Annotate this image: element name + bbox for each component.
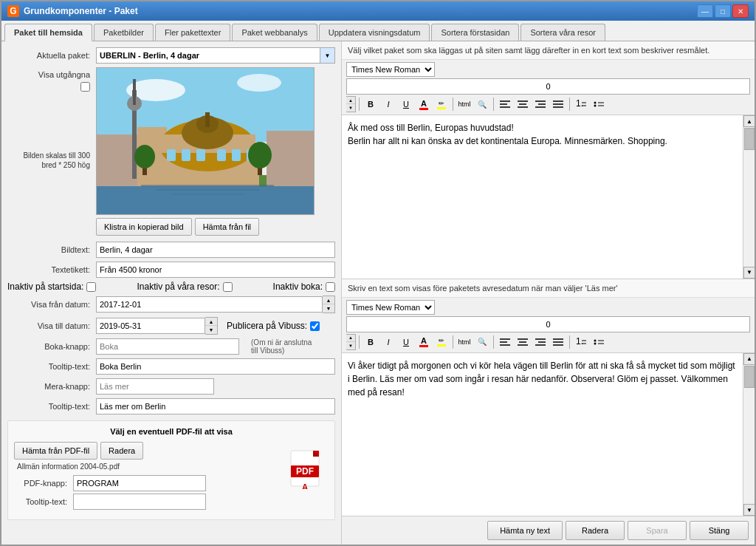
align-left-bottom[interactable] xyxy=(497,335,513,349)
underline-btn-top[interactable]: U xyxy=(398,97,414,112)
maximize-button[interactable]: □ xyxy=(715,4,731,18)
visa-utgangna-checkbox[interactable] xyxy=(80,82,90,92)
bildtext-label: Bildtext: xyxy=(7,245,96,254)
publicera-checkbox[interactable] xyxy=(310,321,320,331)
font-select-top[interactable]: Times New Roman Arial Verdana xyxy=(346,62,435,77)
visa-till-up[interactable]: ▲ xyxy=(205,318,217,326)
font-size-up-bottom[interactable]: ▲ xyxy=(346,335,355,342)
scroll-down-top[interactable]: ▼ xyxy=(743,267,755,279)
highlight-btn-bottom[interactable]: ✏ xyxy=(433,335,450,349)
underline-btn-bottom[interactable]: U xyxy=(398,335,414,349)
align-right-bottom[interactable] xyxy=(532,335,549,349)
visa-till-down[interactable]: ▼ xyxy=(205,326,217,334)
svg-rect-28 xyxy=(156,189,259,191)
font-size-top[interactable] xyxy=(346,78,750,95)
editor-area-top[interactable]: Åk med oss till Berlin, Europas huvudsta… xyxy=(342,115,743,279)
pdf-knapp-input[interactable] xyxy=(73,475,206,491)
editor-top-line1: Åk med oss till Berlin, Europas huvudsta… xyxy=(348,121,737,134)
tab-sortera-forstsidan[interactable]: Sortera förstasidan xyxy=(431,24,519,41)
boka-input[interactable] xyxy=(96,338,239,355)
pdf-tooltip-input[interactable] xyxy=(73,494,206,510)
font-color-btn-top[interactable]: A xyxy=(416,97,432,112)
inaktiv-startsida-checkbox[interactable] xyxy=(86,282,96,292)
highlight-btn-top[interactable]: ✏ xyxy=(433,97,450,112)
html-btn-bottom[interactable]: html xyxy=(456,335,472,349)
textetikett-input[interactable] xyxy=(96,262,335,278)
tab-paketbilder[interactable]: Paketbilder xyxy=(94,24,154,41)
scroll-down-bottom[interactable]: ▼ xyxy=(743,504,755,516)
italic-btn-top[interactable]: I xyxy=(380,97,396,112)
unordered-list-bottom[interactable] xyxy=(591,335,607,349)
mera-knapp-row: Mera-knapp: xyxy=(7,378,335,395)
font-color-btn-bottom[interactable]: A xyxy=(416,335,432,349)
svg-rect-18 xyxy=(232,149,241,161)
visa-fran-label: Visa från datum: xyxy=(7,300,96,309)
scroll-up-top[interactable]: ▲ xyxy=(743,115,755,127)
align-right-top[interactable] xyxy=(532,97,549,112)
font-select-bottom[interactable]: Times New Roman Arial Verdana xyxy=(346,300,435,315)
align-justify-bottom[interactable] xyxy=(550,335,566,349)
source-btn-bottom[interactable]: 🔍 xyxy=(474,335,490,349)
tab-sortera-vara-resor[interactable]: Sortera våra resor xyxy=(520,24,605,41)
align-justify-top[interactable] xyxy=(550,97,566,112)
visa-till-input[interactable] xyxy=(96,318,205,334)
sep1 xyxy=(359,98,360,111)
stang-button[interactable]: Stäng xyxy=(690,521,749,540)
unordered-list-top[interactable] xyxy=(591,97,607,112)
hamta-fil-button[interactable]: Hämta från fil xyxy=(195,218,259,236)
tab-uppdatera[interactable]: Uppdatera visningsdatum xyxy=(319,24,430,41)
minimize-button[interactable]: — xyxy=(697,4,713,18)
close-button[interactable]: ✕ xyxy=(732,4,749,18)
align-left-top[interactable] xyxy=(497,97,513,112)
svg-rect-22 xyxy=(133,79,136,105)
source-btn-top[interactable]: 🔍 xyxy=(474,97,490,112)
hamta-ny-text-button[interactable]: Hämta ny text xyxy=(487,521,563,540)
main-window: G Grundkomponenter - Paket — □ ✕ Paket t… xyxy=(0,0,756,546)
bold-btn-top[interactable]: B xyxy=(362,97,379,112)
ordered-list-top[interactable]: 1. xyxy=(573,97,589,112)
aktuella-paket-label: Aktuella paket: xyxy=(7,51,96,60)
tab-paket-hemsida[interactable]: Paket till hemsida xyxy=(4,24,92,41)
italic-btn-bottom[interactable]: I xyxy=(380,335,396,349)
align-center-bottom[interactable] xyxy=(515,335,531,349)
align-center-top[interactable] xyxy=(515,97,531,112)
tooltip-boka-input[interactable] xyxy=(96,358,335,375)
html-btn-top[interactable]: html xyxy=(456,97,472,112)
package-dropdown-btn[interactable]: ▼ xyxy=(320,47,335,64)
inaktiv-boka-checkbox[interactable] xyxy=(326,282,335,292)
radera-button[interactable]: Radera xyxy=(566,521,625,540)
ordered-list-bottom[interactable]: 1. xyxy=(573,335,589,349)
package-input[interactable] xyxy=(96,47,320,64)
editor-area-bottom[interactable]: Vi åker tidigt på morgonen och vi kör he… xyxy=(342,353,743,516)
main-content: Aktuella paket: ▼ Visa utgångna Bilden s… xyxy=(1,41,755,545)
sep8 xyxy=(569,335,570,349)
aktuella-paket-row: Aktuella paket: ▼ xyxy=(7,47,335,64)
font-size-down-bottom[interactable]: ▼ xyxy=(346,342,355,349)
radera-pdf-button[interactable]: Radera xyxy=(100,442,143,460)
visa-fran-down[interactable]: ▼ xyxy=(323,304,334,313)
font-size-down-top[interactable]: ▼ xyxy=(346,104,355,112)
visa-utgangna-label: Visa utgångna xyxy=(38,70,90,79)
inaktiv-vara-resor-checkbox[interactable] xyxy=(223,282,233,292)
hamta-pdf-button[interactable]: Hämta från PDF-fil xyxy=(14,442,97,460)
svg-rect-3 xyxy=(97,182,315,215)
spara-button[interactable]: Spara xyxy=(628,521,687,540)
scroll-thumb-bottom[interactable] xyxy=(744,366,755,388)
publicera-label: Publicera på Vibuss: xyxy=(227,321,307,331)
svg-rect-17 xyxy=(217,149,226,161)
visa-fran-up[interactable]: ▲ xyxy=(323,296,334,304)
tab-fler-pakettexter[interactable]: Fler pakettexter xyxy=(155,24,230,41)
scroll-up-bottom[interactable]: ▲ xyxy=(743,353,755,365)
sep6 xyxy=(453,335,453,349)
font-size-up-top[interactable]: ▲ xyxy=(346,97,355,104)
font-size-bottom[interactable] xyxy=(346,316,750,332)
klistra-button[interactable]: Klistra in kopierad bild xyxy=(96,218,192,236)
scroll-thumb-top[interactable] xyxy=(744,128,755,150)
bildtext-input[interactable] xyxy=(96,242,335,258)
bold-btn-bottom[interactable]: B xyxy=(362,335,379,349)
tooltip-mera-input[interactable] xyxy=(96,398,335,414)
tab-paket-webbanalys[interactable]: Paket webbanalys xyxy=(232,24,317,41)
visa-fran-input[interactable] xyxy=(96,296,323,313)
image-label-col: Visa utgångna Bilden skalas till 300 bre… xyxy=(7,67,96,236)
mera-knapp-input[interactable] xyxy=(96,378,214,395)
